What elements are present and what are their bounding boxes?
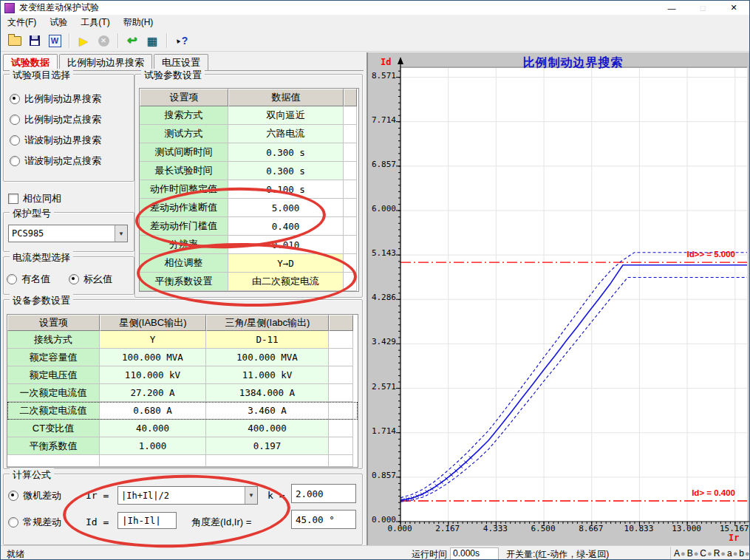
minimize-button[interactable]: — [656,1,687,15]
checkbox-label: 相位同相 [23,192,61,205]
y-tick-label: 3.429 [368,337,396,346]
tab-test-data[interactable]: 试验数据 [3,54,58,70]
menu-help[interactable]: 帮助(H) [117,15,160,30]
radio-icon [8,517,18,527]
radio-named-value[interactable]: 有名值 [7,273,50,286]
empty-cell [100,455,206,467]
param-label: 额定电压值 [7,366,100,384]
param-value[interactable]: 0.300 s [228,162,344,180]
param-value[interactable]: 0.680 A [100,402,206,420]
open-button[interactable] [5,32,24,49]
indicator-R: R● [714,548,726,559]
param-value[interactable]: 0.300 s [228,143,344,162]
menu-file[interactable]: 文件(F) [1,15,43,30]
x-tick-label: 15.167 [715,524,750,533]
param-label: 动作时间整定值 [140,180,228,199]
param-value[interactable]: 11.000 kV [206,366,329,384]
combobox-value: |Ih+Il|/2 [118,491,245,501]
param-value[interactable]: 1.000 [100,437,206,455]
context-help-button[interactable]: ▲? [171,32,191,49]
param-value[interactable]: 40.000 [100,420,206,437]
menu-tools[interactable]: 工具(T) [74,15,116,30]
param-value[interactable]: 六路电流 [228,125,344,143]
run-test-button[interactable]: ▶ [74,32,93,49]
undo-button[interactable]: ↩ [123,32,142,49]
param-value[interactable]: 1384.000 A [206,384,329,402]
keypad-button[interactable]: ▦ [143,32,162,49]
toolbar: W ▶ ✕ ↩ ▦ ▲? [1,30,749,52]
tab-voltage-settings[interactable]: 电压设置 [154,54,208,70]
param-value[interactable]: Y [100,331,206,349]
radio-harmonic-boundary-search[interactable]: 谐波制动边界搜索 [10,134,101,147]
column-header-empty [329,315,353,331]
ref-line-label: Id> = 0.400 [692,488,735,497]
ir-formula-combobox[interactable]: |Ih+Il|/2 ▼ [117,486,258,505]
x-tick-label: 2.167 [429,524,467,533]
param-value[interactable]: 400.000 [206,420,329,437]
param-label: 平衡系数值 [7,437,100,455]
maximize-button[interactable]: □ [687,1,718,15]
param-value[interactable]: 双向逼近 [228,106,344,125]
checkbox-phase-same[interactable]: 相位同相 [8,192,61,205]
param-value[interactable]: 0.100 s [228,180,344,199]
param-value[interactable]: 100.000 MVA [206,349,329,366]
x-tick-label: 0.000 [381,524,419,533]
indicator-dot-icon: ● [720,549,726,558]
group-title: 试验项目选择 [10,69,73,82]
dropdown-arrow-icon[interactable]: ▼ [245,487,257,504]
radio-per-unit-value[interactable]: 标幺值 [69,273,112,286]
empty-cell [329,349,353,366]
angle-diff-input[interactable]: 45.00 ° [291,510,356,529]
table-row-selected[interactable]: 二次额定电流值0.680 A3.460 A [7,402,358,420]
title-bar: 发变组差动保护试验 — □ ✕ [1,1,749,15]
id-formula-field: |Ih-Il| [117,512,177,529]
tab-ratio-restraint-search[interactable]: 比例制动边界搜索 [59,54,152,70]
save-button[interactable] [25,32,44,49]
empty-cell [344,254,357,273]
radio-label: 有名值 [21,273,50,286]
empty-cell [329,366,353,384]
radio-icon [8,491,18,501]
radio-microcomputer-diff[interactable]: 微机差动 [8,489,61,502]
param-value[interactable]: 3.460 A [206,402,329,420]
param-value[interactable]: 0.197 [206,437,329,455]
indicator-a: a● [727,548,737,559]
dropdown-arrow-icon[interactable]: ▼ [115,225,127,242]
toolbar-separator [117,33,119,48]
column-header: 设置项 [7,315,100,331]
table-row: 搜索方式双向逼近 [140,106,358,125]
export-word-button[interactable]: W [45,32,64,49]
radio-ratio-fixed-search[interactable]: 比例制动定点搜索 [10,113,101,126]
table-row: 平衡系数设置由二次额定电流 [140,273,358,291]
window-title: 发变组差动保护试验 [19,1,99,14]
runtime-label: 运行时间 [412,548,447,560]
radio-harmonic-fixed-search[interactable]: 谐波制动定点搜索 [10,154,101,168]
radio-label: 谐波制动定点搜索 [24,154,101,168]
radio-ratio-boundary-search[interactable]: 比例制动边界搜索 [10,92,101,106]
param-value[interactable]: 0.010 [228,236,344,254]
menu-test[interactable]: 试验 [43,15,74,30]
param-value[interactable]: 由二次额定电流 [228,273,344,291]
k-value-input[interactable]: 2.000 [291,484,356,503]
x-axis-name: Ir [729,533,739,543]
toolbar-separator [69,33,70,48]
chart-title: 比例制动边界搜索 [400,55,746,71]
param-value[interactable]: D-11 [206,331,329,349]
indicator-dot-icon: ● [733,549,738,558]
table-row: 差动动作门槛值0.400 [140,217,358,236]
param-value[interactable]: 0.400 [228,217,344,236]
param-value[interactable]: 110.000 kV [100,366,206,384]
y-tick-label: 6.857 [368,160,396,169]
table-row: 测试间断时间0.300 s [140,143,358,162]
param-value[interactable]: 100.000 MVA [100,349,206,366]
radio-icon [7,274,17,284]
radio-conventional-diff[interactable]: 常规差动 [8,516,61,529]
stop-test-button[interactable]: ✕ [94,32,113,49]
param-value[interactable]: 5.000 [228,199,344,217]
protection-model-combobox[interactable]: PCS985 ▼ [8,225,128,242]
open-folder-icon [8,36,21,46]
param-value[interactable]: 27.200 A [100,384,206,402]
param-value[interactable]: Y→D [228,254,344,273]
status-bar: 就绪 运行时间 0.000s 开关量:(红-动作，绿-返回) A● B● C● … [1,545,749,560]
close-button[interactable]: ✕ [718,1,749,15]
